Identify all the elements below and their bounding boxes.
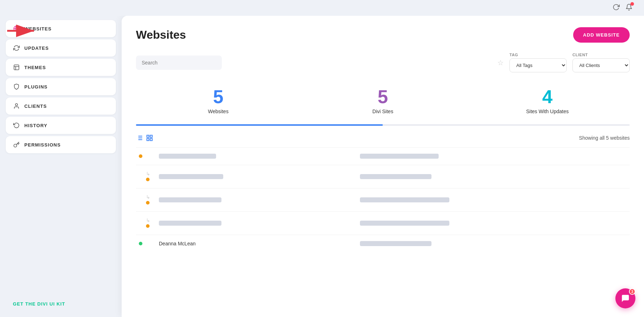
grid-view-button[interactable] [146,134,153,141]
stat-updates-number: 4 [465,87,630,107]
search-input[interactable] [136,56,222,70]
main-content: Websites ADD WEBSITE ☆ TAG All Tags Tag … [122,16,644,317]
svg-rect-14 [147,135,149,138]
history-icon [13,122,20,129]
table-row[interactable] [136,148,630,165]
indent-icon: ↳ [146,194,150,200]
websites-table: ↳ ↳ [136,147,630,252]
table-row[interactable]: ↳ [136,188,630,212]
sidebar-item-themes-label: Themes [24,65,46,70]
client-select[interactable]: All Clients Client 1 Client 2 [572,58,630,72]
site-url [360,154,439,159]
site-name [159,221,221,226]
add-website-button[interactable]: ADD WEBSITE [573,27,630,43]
stat-websites: 5 Websites [136,84,301,117]
sidebar-footer: Get The Divi UI Kit [6,295,116,313]
table-row[interactable]: ↳ [136,165,630,188]
client-label: CLIENT [572,53,630,57]
arrow-indicator [7,24,39,37]
table-controls: Showing all 5 websites [136,134,630,141]
sidebar-item-plugins[interactable]: Plugins [6,78,116,95]
progress-bar-fill [136,124,383,126]
sidebar-item-plugins-label: Plugins [24,84,48,90]
clients-icon [13,102,20,110]
refresh-icon[interactable] [613,4,620,13]
svg-rect-16 [150,139,152,141]
tag-select[interactable]: All Tags Tag 1 Tag 2 [509,58,567,72]
indent-icon: ↳ [146,171,150,177]
sidebar-item-clients[interactable]: Clients [6,97,116,115]
notification-badge [630,2,634,6]
site-name [159,154,216,159]
status-dot [146,201,150,205]
sidebar-item-updates-label: Updates [24,45,49,51]
favorite-star-button[interactable]: ☆ [497,58,504,67]
chat-badge: 3 [629,288,635,295]
plugins-icon [13,83,20,90]
status-dot [139,154,142,158]
stat-divi-number: 5 [301,87,465,107]
stat-divi-sites: 5 Divi Sites [301,84,465,117]
stats-row: 5 Websites 5 Divi Sites 4 Sites With Upd… [136,84,630,117]
client-filter-group: CLIENT All Clients Client 1 Client 2 [572,53,630,72]
tag-label: TAG [509,53,567,57]
content-header: Websites ADD WEBSITE [136,27,630,43]
tag-filter-group: TAG All Tags Tag 1 Tag 2 [509,53,567,72]
sidebar-item-history[interactable]: History [6,117,116,134]
svg-rect-15 [150,135,152,138]
svg-point-7 [15,104,18,106]
page-title: Websites [136,28,186,42]
site-name: Deanna McLean [159,241,196,246]
themes-icon [13,64,20,71]
sidebar-item-updates[interactable]: Updates [6,39,116,57]
permissions-icon [13,141,20,148]
view-toggle [136,134,153,141]
stat-updates: 4 Sites With Updates [465,84,630,117]
notification-icon[interactable] [625,4,633,13]
sidebar: Websites Updates Themes [0,16,122,317]
sidebar-item-clients-label: Clients [24,104,47,109]
stat-divi-label: Divi Sites [301,109,465,114]
indent-icon: ↳ [146,217,150,223]
table-row[interactable]: ↳ [136,212,630,235]
status-dot [146,178,150,181]
status-dot [139,242,142,245]
top-bar [0,0,644,16]
site-url [360,197,449,202]
list-view-button[interactable] [136,134,143,141]
site-url [360,221,449,226]
stat-websites-label: Websites [136,109,301,114]
sidebar-item-history-label: History [24,123,47,128]
stat-websites-number: 5 [136,87,301,107]
divi-kit-link[interactable]: Get The Divi UI Kit [13,301,65,307]
sidebar-item-permissions-label: Permissions [24,142,61,148]
site-url [360,174,431,179]
filters-row: ☆ TAG All Tags Tag 1 Tag 2 CLIENT All Cl… [136,53,630,72]
chat-icon [621,294,630,303]
sidebar-item-themes[interactable]: Themes [6,59,116,76]
site-name [159,197,221,202]
chat-button[interactable]: 3 [615,288,635,308]
showing-text: Showing all 5 websites [579,135,630,141]
svg-rect-17 [147,139,149,141]
stat-updates-label: Sites With Updates [465,109,630,114]
site-name [159,174,223,179]
table-row[interactable]: Deanna McLean [136,235,630,253]
svg-rect-4 [14,65,19,70]
progress-bar [136,124,630,126]
updates-icon [13,44,20,52]
site-url [360,241,431,246]
sidebar-item-permissions[interactable]: Permissions [6,136,116,153]
status-dot [146,224,150,228]
